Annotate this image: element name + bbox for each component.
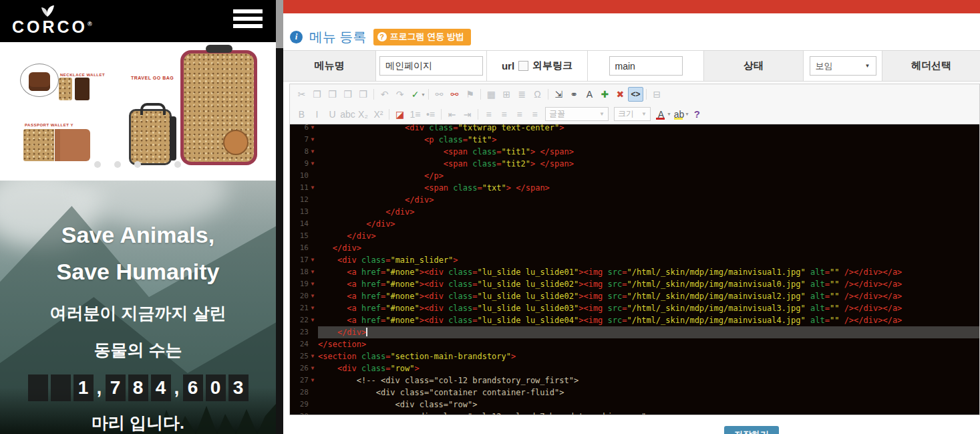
superscript-icon[interactable]: X²	[371, 107, 386, 122]
corco-logo[interactable]: CORCO®	[12, 3, 86, 40]
code-line-content[interactable]: <a href="#none"><div class="lu_slide lu_…	[318, 290, 979, 302]
bold-icon[interactable]: B	[294, 107, 309, 122]
code-line-content[interactable]: <div class="col-12 col-md-7 brandstory_b…	[318, 411, 979, 415]
size-dropdown[interactable]: 크기▼	[614, 107, 651, 121]
fold-arrow-icon[interactable]: ▼	[309, 278, 317, 290]
align-justify-icon[interactable]: ≡	[527, 107, 542, 122]
external-link-checkbox[interactable]	[518, 61, 528, 71]
code-line-content[interactable]: <span class="tit1"> </span>	[318, 146, 979, 158]
find-icon[interactable]: ⚭	[566, 87, 582, 102]
slider-dot[interactable]	[174, 161, 181, 168]
undo-icon[interactable]: ↶	[377, 87, 392, 102]
underline-icon[interactable]: U	[325, 107, 340, 122]
outdent-icon[interactable]: ⇤	[444, 107, 460, 122]
remove-format-icon[interactable]: ◪	[392, 107, 407, 122]
fold-arrow-icon[interactable]: ▼	[309, 350, 317, 362]
select-all-icon[interactable]: A	[582, 87, 597, 102]
anchor-flag-icon[interactable]: ⚑	[462, 87, 478, 102]
about-icon[interactable]: ?	[689, 107, 705, 122]
save-button[interactable]: 저장하기	[724, 426, 779, 434]
slider-dot[interactable]	[114, 161, 121, 168]
hero-title-line1: Save Animals,	[0, 222, 276, 248]
bulleted-list-icon[interactable]: •≡	[423, 107, 438, 122]
status-select[interactable]: 보임 ▼	[810, 56, 876, 76]
horizontal-rule-icon[interactable]: ≣	[514, 87, 530, 102]
print-icon[interactable]: ⊟	[649, 87, 665, 102]
insert-tag-icon[interactable]: ✚	[597, 87, 613, 102]
source-icon[interactable]: <>	[628, 87, 643, 102]
fold-arrow-icon[interactable]: ▼	[309, 290, 317, 302]
fold-arrow-icon[interactable]: ▼	[309, 302, 317, 314]
code-line-content[interactable]: </div>	[318, 242, 979, 254]
source-code-area[interactable]: 6▼ <div class="txtwrap text-center">7▼ <…	[290, 124, 979, 415]
code-line-content[interactable]: <a href="#none"><div class="lu_slide lu_…	[318, 266, 979, 278]
fold-arrow-icon[interactable]: ▼	[309, 266, 317, 278]
hamburger-menu-icon[interactable]	[233, 9, 263, 32]
text-color-icon[interactable]: A	[653, 107, 669, 122]
code-line-content[interactable]: </div>	[318, 218, 979, 230]
code-line-content[interactable]: <!-- <div class="col-12 brandstory_row_f…	[318, 374, 979, 387]
cut-icon[interactable]: ✂	[294, 87, 309, 102]
code-line-content[interactable]: <p class="tit">	[318, 134, 979, 146]
code-line-content[interactable]: <div class="main_slider">	[318, 254, 979, 266]
code-line-content[interactable]: <div class="txtwrap text-center">	[318, 124, 979, 134]
code-line-content[interactable]: </p>	[318, 170, 979, 182]
fold-arrow-icon[interactable]: ▼	[309, 158, 317, 170]
special-char-icon[interactable]: Ω	[530, 87, 545, 102]
code-line-content[interactable]: </section>	[318, 338, 979, 350]
maximize-icon[interactable]: ⇲	[551, 87, 566, 102]
code-line-content[interactable]: <span class="txt"> </span>	[318, 182, 979, 194]
slider-dot[interactable]	[94, 161, 101, 168]
fold-arrow-icon[interactable]: ▼	[309, 374, 317, 387]
paste-icon[interactable]: ❒	[325, 87, 340, 102]
strikethrough-icon[interactable]: abc	[340, 107, 355, 122]
code-line-content[interactable]: </div>	[318, 326, 979, 338]
code-line-content[interactable]: </div>	[318, 194, 979, 206]
code-line-content[interactable]: <span class="tit2"> </span>	[318, 158, 979, 170]
code-line-content[interactable]: <div class="container container-fluid">	[318, 387, 979, 399]
code-line-content[interactable]: <div class="row">	[318, 399, 979, 411]
remove-tag-icon[interactable]: ✖	[613, 87, 628, 102]
fold-arrow-icon[interactable]: ▼	[309, 254, 317, 266]
numbered-list-icon[interactable]: 1≡	[407, 107, 423, 122]
product-slider[interactable]: NECKLACE WALLET PASSPORT WALLET Y TRAVEL…	[0, 42, 276, 181]
menu-name-input[interactable]	[379, 56, 483, 76]
fold-arrow-icon[interactable]: ▼	[309, 182, 317, 194]
highlight-color-icon[interactable]: ab	[671, 107, 687, 122]
table-icon[interactable]: ⊞	[499, 87, 514, 102]
slider-dot[interactable]	[134, 161, 141, 168]
paste-text-icon[interactable]: ❒	[340, 87, 355, 102]
code-line-content[interactable]: </div>	[318, 230, 979, 242]
fold-arrow-icon[interactable]: ▼	[309, 362, 317, 374]
font-dropdown[interactable]: 글꼴▼	[545, 107, 609, 121]
code-line-content[interactable]: <section class="section-main-brandstory"…	[318, 350, 979, 362]
link-icon[interactable]: ⚯	[432, 87, 447, 102]
align-right-icon[interactable]: ≡	[512, 107, 527, 122]
url-input[interactable]	[609, 56, 683, 76]
redo-icon[interactable]: ↷	[392, 87, 407, 102]
fold-arrow-icon[interactable]: ▼	[309, 146, 317, 158]
code-line-content[interactable]: <a href="#none"><div class="lu_slide lu_…	[318, 314, 979, 326]
fold-arrow-icon[interactable]: ▼	[309, 124, 317, 134]
fold-arrow-icon[interactable]: ▼	[309, 314, 317, 326]
preview-scrollbar[interactable]	[276, 0, 283, 434]
program-link-help-button[interactable]: ? 프로그램 연동 방법	[373, 29, 471, 45]
code-line-content[interactable]: </div>	[318, 206, 979, 218]
chevron-down-icon: ▼	[865, 63, 870, 69]
fold-arrow-icon[interactable]: ▼	[309, 134, 317, 146]
indent-icon[interactable]: ⇥	[460, 107, 475, 122]
code-line-content[interactable]: <div class="row">	[318, 362, 979, 374]
align-left-icon[interactable]: ≡	[481, 107, 496, 122]
italic-icon[interactable]: I	[309, 107, 325, 122]
spellcheck-icon-caret[interactable]: ▼	[421, 92, 426, 97]
paste-word-icon[interactable]: ❒	[355, 87, 371, 102]
unlink-icon[interactable]: ⚯	[447, 87, 462, 102]
code-line-content[interactable]: <a href="#none"><div class="lu_slide lu_…	[318, 278, 979, 290]
code-line-content[interactable]: <a href="#none"><div class="lu_slide lu_…	[318, 302, 979, 314]
counter-digit-box: 3	[228, 374, 249, 401]
scrollbar-thumb[interactable]	[276, 0, 283, 48]
subscript-icon[interactable]: X₂	[355, 107, 371, 122]
image-icon[interactable]: ▦	[484, 87, 499, 102]
align-center-icon[interactable]: ≡	[496, 107, 512, 122]
copy-icon[interactable]: ❐	[309, 87, 325, 102]
